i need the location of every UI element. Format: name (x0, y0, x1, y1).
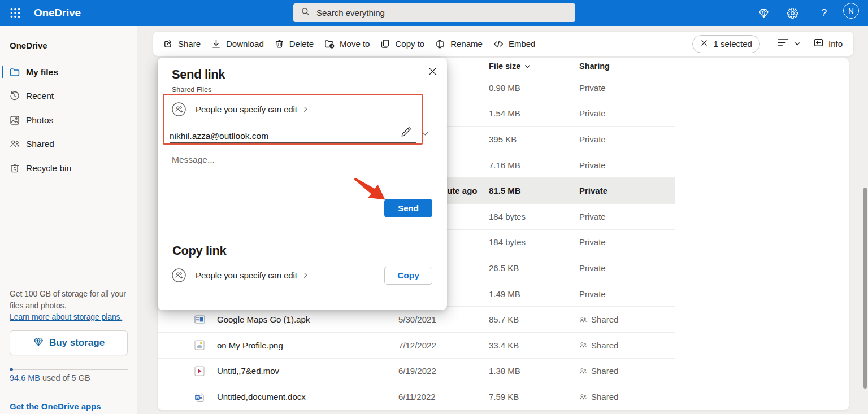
sidebar-item-recent[interactable]: Recent (0, 86, 137, 107)
storage-plans-link[interactable]: Learn more about storage plans. (10, 312, 122, 321)
toolbar-label: Move to (340, 39, 370, 49)
sidebar-item-shared[interactable]: Shared (0, 134, 137, 155)
file-row[interactable]: W Untitled,document.docx 6/11/2022 7.59 … (158, 384, 675, 410)
avatar[interactable]: N (843, 3, 859, 19)
file-sharing: Shared (579, 333, 618, 358)
sharing-label: Private (579, 212, 606, 221)
file-modified: 7/12/2022 (398, 333, 436, 358)
get-apps-link[interactable]: Get the OneDrive apps (10, 402, 101, 411)
file-size: 1.38 MB (489, 359, 520, 384)
file-sharing: Shared (579, 359, 618, 384)
app-launcher-icon[interactable] (5, 3, 25, 23)
shared-people-icon (579, 316, 591, 324)
app-title: OneDrive (34, 7, 81, 19)
selected-indicator (2, 114, 3, 126)
send-button[interactable]: Send (384, 199, 432, 217)
search-placeholder: Search everything (316, 8, 385, 18)
file-type-icon (194, 307, 205, 332)
sort-view-button[interactable] (778, 38, 801, 50)
edit-pencil-icon[interactable] (397, 124, 414, 141)
toolbar-embed-button[interactable]: Embed (493, 38, 536, 50)
storage-promo-text: Get 100 GB of storage for all your files… (10, 289, 126, 310)
permission-label: People you specify can edit (196, 104, 297, 114)
shared-people-icon (579, 341, 591, 349)
copy-permission-selector[interactable]: People you specify can edit (172, 268, 309, 282)
file-sharing: Shared (579, 307, 618, 332)
dialog-subtitle: Shared Files (172, 86, 211, 94)
file-name: Untitl,,7&ed.mov (217, 359, 279, 384)
people-icon (9, 138, 20, 150)
clear-selection-button[interactable]: 1 selected (692, 35, 760, 53)
sidebar-title: OneDrive (10, 41, 47, 50)
embed-icon (493, 38, 504, 50)
premium-diamond-icon[interactable] (753, 3, 774, 23)
copy-button[interactable]: Copy (384, 267, 432, 285)
file-sharing: Private (579, 178, 607, 203)
help-icon[interactable]: ? (814, 3, 834, 23)
toolbar-divider (769, 37, 769, 51)
file-size: 1.54 MB (489, 101, 520, 127)
toolbar-copy-to-button[interactable]: Copy to (380, 38, 424, 49)
selected-indicator (2, 66, 3, 78)
storage-quota-bar (10, 368, 128, 371)
toolbar-label: Download (226, 39, 264, 49)
file-size: 0.98 MB (489, 75, 520, 101)
search-icon (301, 7, 310, 19)
file-row[interactable]: on My Profile.png 7/12/2022 33.4 KB Shar… (158, 333, 675, 359)
message-input[interactable]: Message... (172, 155, 215, 165)
storage-total: used of 5 GB (40, 373, 90, 382)
file-sharing: Private (579, 204, 606, 229)
file-sharing: Private (579, 281, 606, 307)
toolbar-share-button[interactable]: Share (163, 38, 201, 49)
column-header-file-size[interactable]: File size (489, 62, 531, 71)
info-label: Info (828, 39, 843, 49)
file-name: on My Profile.png (217, 333, 283, 358)
file-size: 26.5 KB (489, 255, 519, 281)
sidebar-item-label: Shared (26, 139, 54, 149)
copy-label: Copy (397, 271, 419, 281)
command-bar: ShareDownloadDeleteMove toCopy toRenameE… (153, 32, 853, 56)
folder-icon (9, 67, 20, 78)
top-header: OneDrive Search everything ? N (0, 0, 868, 26)
chevron-down-icon[interactable] (420, 128, 430, 138)
sidebar-item-my-files[interactable]: My files (0, 62, 137, 82)
search-input[interactable]: Search everything (293, 3, 575, 22)
delete-icon (274, 38, 285, 49)
share-icon (163, 38, 173, 49)
info-button[interactable]: Info (813, 37, 843, 50)
diamond-icon (33, 336, 44, 350)
buy-storage-label: Buy storage (49, 337, 105, 348)
close-icon[interactable] (424, 63, 441, 80)
toolbar-delete-button[interactable]: Delete (274, 38, 314, 49)
shared-people-icon (579, 367, 591, 375)
sharing-label: Private (579, 83, 606, 93)
file-row[interactable]: Google Maps Go (1).apk 5/30/2021 85.7 KB… (158, 307, 675, 333)
photos-icon (9, 115, 20, 126)
toolbar-label: Copy to (395, 39, 424, 49)
person-add-icon (172, 102, 186, 116)
sharing-label: Private (579, 289, 606, 299)
file-size: 81.5 MB (489, 178, 521, 203)
scrollbar-thumb[interactable] (863, 188, 867, 389)
file-sharing: Private (579, 127, 606, 152)
recent-icon (9, 90, 20, 102)
buy-storage-button[interactable]: Buy storage (10, 330, 128, 355)
file-type-icon (194, 333, 205, 358)
permission-selector[interactable]: People you specify can edit (172, 102, 309, 116)
column-header-sharing[interactable]: Sharing (579, 62, 610, 71)
sidebar-item-label: Recycle bin (26, 163, 71, 173)
toolbar-move-to-button[interactable]: Move to (324, 38, 370, 50)
settings-gear-icon[interactable] (782, 3, 802, 23)
sharing-label: Shared (591, 341, 618, 350)
file-size-header-label: File size (489, 62, 520, 71)
sidebar-item-recycle-bin[interactable]: Recycle bin (0, 158, 137, 178)
file-row[interactable]: Untitl,,7&ed.mov 6/19/2022 1.38 MB Share… (158, 359, 675, 385)
file-modified: 6/19/2022 (398, 359, 436, 384)
sharing-label: Private (579, 160, 606, 170)
storage-promo: Get 100 GB of storage for all your files… (10, 288, 131, 323)
toolbar-rename-button[interactable]: Rename (435, 38, 483, 50)
selected-indicator (2, 162, 3, 174)
sharing-header-label: Sharing (579, 62, 610, 71)
toolbar-download-button[interactable]: Download (211, 38, 264, 49)
sidebar-item-photos[interactable]: Photos (0, 110, 137, 130)
